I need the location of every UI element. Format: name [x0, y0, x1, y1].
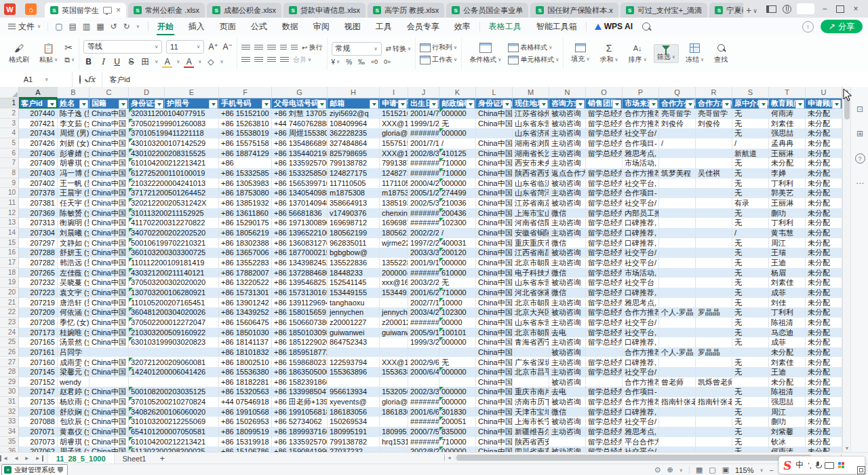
menu-tab-审阅[interactable]: 审阅: [306, 18, 337, 35]
wps-logo-icon[interactable]: W: [4, 3, 16, 15]
search-icon[interactable]: [642, 22, 650, 31]
cell-O26[interactable]: [586, 347, 623, 358]
cell-O2[interactable]: 留学总经办: [586, 109, 623, 119]
cell-O13[interactable]: 留学总经办: [586, 218, 623, 228]
skin-grid-icon[interactable]: [838, 462, 844, 468]
cell-D31[interactable]: 370105200210270824: [129, 397, 219, 407]
first-sheet-icon[interactable]: ◄: [0, 455, 11, 461]
cell-F35[interactable]: +86 15319918: [219, 437, 272, 447]
cell-G13[interactable]: +86 1971300890: [272, 218, 328, 228]
filter-dropdown-icon[interactable]: [832, 100, 841, 109]
cell-G9[interactable]: +86 1565399710: [272, 178, 328, 189]
percent-button[interactable]: %: [346, 58, 352, 66]
cell-I32[interactable]: 18618305: [380, 407, 408, 417]
cell-I19[interactable]: xxx@163.c: [380, 278, 408, 288]
cell-M4[interactable]: 山东省济南: [513, 128, 549, 138]
cell-T22[interactable]: 丁利利: [769, 307, 806, 318]
cell-J22[interactable]: 2003/4/2: [408, 307, 439, 318]
cell-D8[interactable]: 612725200110100019: [129, 168, 219, 178]
cell-R10[interactable]: [696, 188, 732, 198]
cell-N25[interactable]: 主动咨询: [549, 337, 586, 347]
cell-L8[interactable]: China中国: [476, 168, 513, 178]
menu-tab-表格工具[interactable]: 表格工具: [481, 18, 529, 35]
cell-L34[interactable]: China中国: [476, 427, 513, 437]
cell-J32[interactable]: 2001/6/6: [408, 407, 439, 417]
menu-tab-数据[interactable]: 数据: [275, 18, 306, 35]
cell-R15[interactable]: [696, 238, 732, 248]
cell-D20[interactable]: 130703200106280921: [129, 288, 219, 298]
column-header-T[interactable]: T: [769, 87, 806, 98]
cell-J34[interactable]: 2000/7/5: [408, 427, 439, 437]
row-header-1[interactable]: 1: [0, 98, 19, 109]
cell-N9[interactable]: 被动咨询: [549, 178, 586, 189]
cell-F33[interactable]: +86 15026953: [219, 417, 272, 427]
filter-header-Q[interactable]: 合作方公司: [659, 98, 696, 109]
cell-N36[interactable]: 被动咨询: [549, 446, 586, 452]
cell-I15[interactable]: wjrme221@: [380, 238, 408, 248]
cell-A33[interactable]: 207088: [19, 417, 58, 427]
column-header-F[interactable]: F: [219, 87, 272, 98]
cell-G23[interactable]: +86 1506607386: [272, 318, 328, 328]
cell-J23[interactable]: ########: [408, 318, 439, 328]
cell-I8[interactable]: 124827175: [380, 168, 408, 178]
cell-N16[interactable]: 被动咨询: [549, 248, 586, 258]
cell-J25[interactable]: 1999/3/2: [408, 337, 439, 347]
cell-L27[interactable]: China中国: [476, 358, 513, 368]
cell-F25[interactable]: +86 18141137: [219, 337, 272, 347]
cell-B4[interactable]: 周煜 (男): [58, 128, 90, 138]
name-box[interactable]: A1 ∨: [0, 72, 73, 87]
cell-L14[interactable]: China中国: [476, 228, 513, 238]
menu-tab-效率[interactable]: 效率: [447, 18, 478, 35]
cell-P10[interactable]: 合作项目-: [623, 188, 659, 198]
cell-N35[interactable]: [549, 437, 586, 447]
filter-dropdown-icon[interactable]: [155, 100, 163, 109]
filter-header-R[interactable]: 合作方名称: [696, 98, 732, 109]
cell-C17[interactable]: China中国: [90, 258, 129, 268]
cell-R14[interactable]: [696, 228, 732, 238]
redo-icon[interactable]: ↻: [123, 22, 130, 31]
cell-M20[interactable]: 河北省张家: [513, 288, 549, 298]
cell-R7[interactable]: [696, 158, 732, 168]
filter-dropdown-icon[interactable]: [722, 100, 731, 109]
cell-O8[interactable]: 留学总经办: [586, 168, 623, 178]
cell-I12[interactable]: chenxinyur: [380, 208, 408, 218]
cell-A17[interactable]: 207282: [19, 258, 58, 268]
cell-K23[interactable]: 00000: [439, 318, 476, 328]
cell-Q6[interactable]: [659, 149, 696, 159]
cell-O10[interactable]: 留学总经办: [586, 188, 623, 198]
cell-U23[interactable]: 未分配: [806, 318, 842, 328]
cell-N3[interactable]: 被动咨询: [549, 119, 586, 129]
cell-B36[interactable]: 周子路 (女: [58, 446, 90, 452]
chinese-mode-icon[interactable]: 中: [795, 459, 804, 471]
cell-M21[interactable]: 北京市朝阳: [513, 298, 549, 308]
cell-R5[interactable]: [696, 138, 732, 149]
column-header-N[interactable]: N: [549, 87, 586, 98]
eye-protect-icon[interactable]: ⊙: [654, 466, 660, 474]
cell-O7[interactable]: [586, 158, 623, 168]
cell-T33[interactable]: 蒯玏: [769, 417, 806, 427]
filter-header-L[interactable]: 身份证地址: [476, 98, 513, 109]
cell-N2[interactable]: 被动咨询: [549, 109, 586, 119]
keyboard-icon[interactable]: [825, 462, 834, 469]
row-header-17[interactable]: 17: [0, 258, 19, 268]
cell-I7[interactable]: 799138782: [380, 158, 408, 168]
print-preview-icon[interactable]: ▦: [96, 22, 104, 31]
row-header-6[interactable]: 6: [0, 149, 19, 159]
cell-S36[interactable]: 无: [732, 446, 769, 452]
horizontal-scroll-thumb[interactable]: [456, 455, 812, 461]
cell-T24[interactable]: 马恋迪: [769, 328, 806, 338]
cell-S11[interactable]: 有录: [732, 198, 769, 208]
cell-C35[interactable]: China中国: [90, 437, 129, 447]
cell-O4[interactable]: 留学总经办: [586, 128, 623, 138]
expand-statusbar-icon[interactable]: [857, 466, 865, 474]
sum-button[interactable]: Σ 求和∨: [597, 42, 622, 66]
cell-B12[interactable]: 陈敏赟 (女: [58, 208, 90, 218]
cell-T14[interactable]: 黄韦慧: [769, 228, 806, 238]
fill-button[interactable]: 填充∨: [568, 42, 593, 65]
cell-C27[interactable]: China中国: [90, 358, 129, 368]
cell-O24[interactable]: 留学总经办: [586, 328, 623, 338]
cell-K8[interactable]: 710000: [439, 168, 476, 178]
cell-N10[interactable]: 主动咨询: [549, 188, 586, 198]
quick-access-caret-icon[interactable]: ∨: [136, 24, 140, 29]
cell-L3[interactable]: China中国: [476, 119, 513, 129]
